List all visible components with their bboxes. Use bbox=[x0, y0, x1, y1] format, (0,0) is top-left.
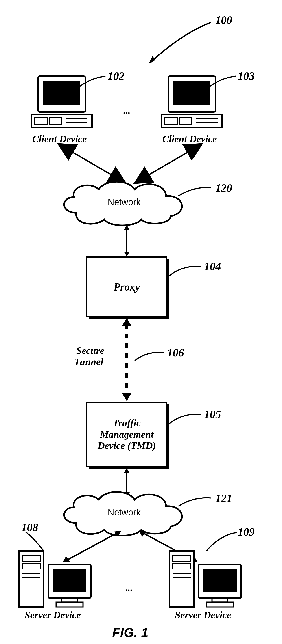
label-tunnel-l2: Tunnel bbox=[74, 356, 103, 368]
svg-rect-40 bbox=[53, 568, 86, 592]
ref-lead-105 bbox=[167, 412, 205, 430]
arrow-network-proxy bbox=[120, 225, 133, 256]
proxy-box: Proxy bbox=[86, 256, 167, 317]
svg-rect-41 bbox=[62, 598, 77, 602]
svg-line-18 bbox=[141, 148, 195, 179]
label-network-top: Network bbox=[108, 197, 141, 207]
svg-rect-5 bbox=[49, 118, 62, 124]
server-device-right-icon bbox=[167, 544, 243, 609]
svg-rect-4 bbox=[35, 118, 47, 124]
label-client-left: Client Device bbox=[27, 133, 92, 145]
svg-rect-42 bbox=[56, 602, 83, 607]
svg-rect-36 bbox=[23, 563, 40, 569]
label-network-bottom: Network bbox=[108, 507, 141, 518]
server-device-left-icon bbox=[17, 544, 93, 609]
ref-client-left: 102 bbox=[108, 70, 124, 82]
svg-rect-49 bbox=[203, 568, 237, 592]
ref-proxy: 104 bbox=[204, 260, 221, 273]
ref-lead-104 bbox=[167, 264, 205, 282]
svg-rect-11 bbox=[165, 118, 177, 124]
ref-lead-121 bbox=[177, 496, 215, 512]
svg-rect-50 bbox=[212, 598, 228, 602]
svg-rect-35 bbox=[23, 556, 40, 561]
figure-caption: FIG. 1 bbox=[112, 625, 148, 640]
ref-lead-108 bbox=[24, 531, 51, 553]
label-server-left: Server Device bbox=[17, 609, 89, 621]
ref-network-top: 120 bbox=[215, 182, 232, 194]
svg-marker-21 bbox=[124, 252, 130, 256]
svg-rect-44 bbox=[173, 556, 191, 561]
secure-tunnel-arrow bbox=[120, 318, 133, 401]
label-client-right: Client Device bbox=[157, 133, 222, 145]
ref-tmd: 105 bbox=[204, 408, 221, 421]
figure-1: 100 102 Client Device 103 Client Device … bbox=[0, 0, 282, 644]
svg-line-17 bbox=[65, 148, 119, 179]
figure-ref-arrow bbox=[141, 18, 218, 63]
ref-tunnel: 106 bbox=[167, 346, 184, 359]
ref-lead-106 bbox=[133, 350, 167, 364]
svg-marker-26 bbox=[124, 468, 130, 473]
ref-figure: 100 bbox=[215, 14, 232, 26]
tmd-box: Traffic Management Device (TMD) bbox=[86, 402, 167, 467]
svg-marker-24 bbox=[122, 393, 132, 401]
svg-rect-51 bbox=[206, 602, 233, 607]
svg-rect-9 bbox=[173, 81, 210, 105]
ref-client-right: 103 bbox=[238, 70, 255, 82]
svg-marker-0 bbox=[148, 56, 155, 63]
label-proxy: Proxy bbox=[113, 281, 140, 293]
ref-server-right: 109 bbox=[238, 525, 255, 538]
ellipsis-clients: ... bbox=[123, 105, 130, 116]
label-tmd-l3: Device (TMD) bbox=[98, 440, 156, 452]
ref-network-bottom: 121 bbox=[215, 492, 232, 505]
svg-marker-23 bbox=[122, 318, 132, 326]
ref-lead-120 bbox=[177, 186, 215, 202]
ref-server-left: 108 bbox=[21, 521, 38, 534]
svg-rect-12 bbox=[180, 118, 192, 124]
label-tunnel-l1: Secure bbox=[76, 345, 104, 356]
ellipsis-servers: ... bbox=[126, 582, 133, 593]
label-tmd-l2: Management bbox=[98, 429, 156, 440]
svg-marker-20 bbox=[124, 225, 130, 230]
label-server-right: Server Device bbox=[167, 609, 239, 621]
svg-rect-45 bbox=[173, 563, 191, 569]
svg-rect-2 bbox=[43, 81, 80, 105]
ref-lead-109 bbox=[204, 531, 240, 553]
label-tmd-l1: Traffic bbox=[98, 418, 156, 429]
